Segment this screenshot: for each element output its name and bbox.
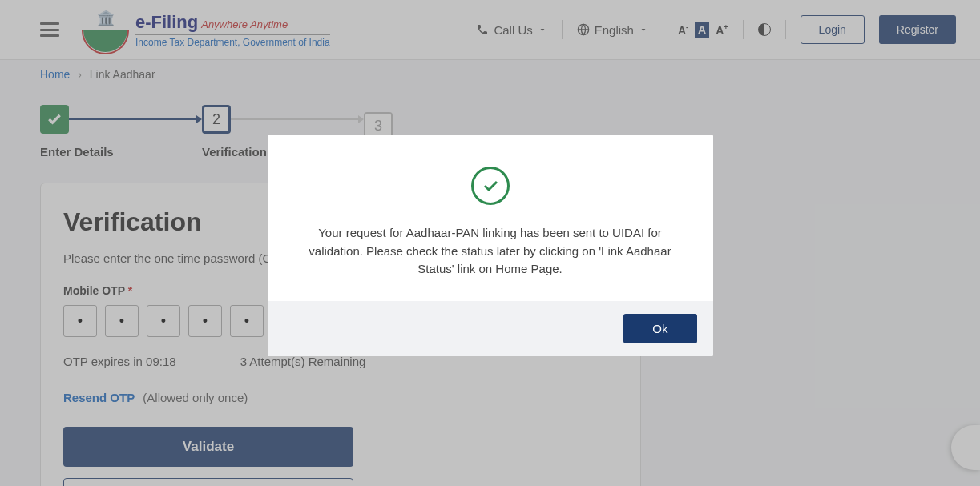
ok-button[interactable]: Ok	[623, 314, 696, 343]
modal-footer: Ok	[268, 301, 713, 356]
modal-body: Your request for Aadhaar-PAN linking has…	[268, 135, 713, 301]
success-modal: Your request for Aadhaar-PAN linking has…	[268, 135, 713, 356]
modal-overlay[interactable]: Your request for Aadhaar-PAN linking has…	[0, 0, 980, 486]
modal-message: Your request for Aadhaar-PAN linking has…	[292, 224, 689, 279]
success-check-icon	[471, 167, 510, 205]
